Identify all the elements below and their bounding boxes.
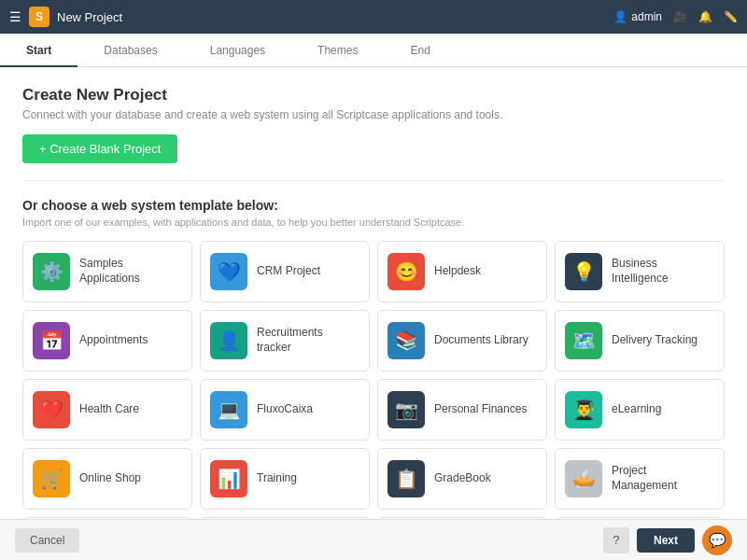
topbar: ☰ S New Project 👤 admin 🎥 🔔 ✏️ <box>0 0 747 34</box>
template-card-webservice[interactable]: ⚡Webservice <box>555 517 725 519</box>
delivery-icon: 🗺️ <box>565 322 602 359</box>
tab-end[interactable]: End <box>384 35 456 67</box>
finances-icon: 📷 <box>388 391 425 428</box>
template-card-documents[interactable]: 📚Documents Library <box>377 310 547 371</box>
template-card-projectmgmt[interactable]: 🥧Project Management <box>555 448 725 510</box>
appointments-label: Appointments <box>79 333 148 348</box>
elearning-icon: 👨‍🎓 <box>565 391 602 428</box>
template-card-elearning[interactable]: 👨‍🎓eLearning <box>555 379 725 441</box>
app-logo: S <box>29 7 49 27</box>
user-icon: 👤 <box>613 10 627 23</box>
footer-right: ? Next 💬 <box>603 525 732 555</box>
training-icon: 📊 <box>210 460 247 497</box>
create-subtitle: Connect with your database and create a … <box>22 108 725 121</box>
template-card-bi[interactable]: 💡Business Intelligence <box>555 241 725 302</box>
tab-themes[interactable]: Themes <box>291 35 384 67</box>
healthcare-icon: ❤️ <box>33 391 70 428</box>
topbar-right: 👤 admin 🎥 🔔 ✏️ <box>613 10 738 23</box>
projectmgmt-label: Project Management <box>612 464 714 493</box>
help-button[interactable]: ? <box>603 527 629 553</box>
shop-label: Online Shop <box>79 471 141 486</box>
finances-label: Personal Finances <box>434 402 527 417</box>
create-blank-button[interactable]: + Create Blank Project <box>22 134 177 163</box>
helpdesk-label: Helpdesk <box>434 264 481 279</box>
template-card-security[interactable]: 🔒Security <box>22 517 192 519</box>
recruitments-icon: 👤 <box>210 322 247 359</box>
crm-label: CRM Project <box>257 264 320 279</box>
template-card-album[interactable]: 🖼️Album <box>377 517 547 519</box>
elearning-label: eLearning <box>612 402 661 417</box>
crm-icon: 💙 <box>210 253 247 290</box>
user-menu[interactable]: 👤 admin <box>613 10 662 23</box>
documents-icon: 📚 <box>388 322 425 359</box>
template-card-crm[interactable]: 💙CRM Project <box>200 241 370 302</box>
next-button[interactable]: Next <box>637 528 695 553</box>
menu-icon[interactable]: ☰ <box>9 9 21 24</box>
tab-start[interactable]: Start <box>0 35 78 67</box>
bi-icon: 💡 <box>565 253 602 290</box>
chat-button[interactable]: 💬 <box>702 525 732 555</box>
shop-icon: 🛒 <box>33 460 70 497</box>
fluxo-label: FluxoCaixa <box>257 402 313 417</box>
helpdesk-icon: 😊 <box>388 253 425 290</box>
template-card-news[interactable]: 📰News <box>200 517 370 519</box>
template-card-healthcare[interactable]: ❤️Health Care <box>22 379 192 441</box>
bell-icon[interactable]: 🔔 <box>698 10 712 23</box>
create-title: Create New Project <box>22 86 725 105</box>
healthcare-label: Health Care <box>79 402 139 417</box>
video-icon[interactable]: 🎥 <box>673 10 687 23</box>
tab-bar: Start Databases Languages Themes End <box>0 34 747 67</box>
training-label: Training <box>257 471 297 486</box>
main-content: Create New Project Connect with your dat… <box>0 67 747 519</box>
template-card-shop[interactable]: 🛒Online Shop <box>22 448 192 510</box>
template-card-helpdesk[interactable]: 😊Helpdesk <box>377 241 547 302</box>
template-section-subtitle: Import one of our examples, with applica… <box>22 217 725 228</box>
templates-grid: ⚙️Samples Applications💙CRM Project😊Helpd… <box>22 241 725 519</box>
footer: Cancel ? Next 💬 <box>0 519 747 560</box>
gradebook-label: GradeBook <box>434 471 491 486</box>
edit-icon[interactable]: ✏️ <box>724 10 738 23</box>
tab-databases[interactable]: Databases <box>78 35 183 67</box>
project-title: New Project <box>57 10 122 24</box>
samples-label: Samples Applications <box>79 257 182 286</box>
template-card-delivery[interactable]: 🗺️Delivery Tracking <box>555 310 725 371</box>
template-card-finances[interactable]: 📷Personal Finances <box>377 379 547 441</box>
delivery-label: Delivery Tracking <box>612 333 698 348</box>
recruitments-label: Recruitments tracker <box>257 326 359 355</box>
topbar-left: ☰ S New Project <box>9 7 122 27</box>
documents-label: Documents Library <box>434 333 529 348</box>
projectmgmt-icon: 🥧 <box>565 460 602 497</box>
divider <box>22 180 725 181</box>
tab-languages[interactable]: Languages <box>184 35 291 67</box>
samples-icon: ⚙️ <box>33 253 70 290</box>
user-label: admin <box>631 10 662 23</box>
template-card-appointments[interactable]: 📅Appointments <box>22 310 192 371</box>
cancel-button[interactable]: Cancel <box>15 528 79 553</box>
template-card-recruitments[interactable]: 👤Recruitments tracker <box>200 310 370 371</box>
template-card-gradebook[interactable]: 📋GradeBook <box>377 448 547 510</box>
bi-label: Business Intelligence <box>612 257 714 286</box>
template-card-samples[interactable]: ⚙️Samples Applications <box>22 241 192 302</box>
template-section-title: Or choose a web system template below: <box>22 198 725 213</box>
template-card-training[interactable]: 📊Training <box>200 448 370 510</box>
fluxo-icon: 💻 <box>210 391 247 428</box>
gradebook-icon: 📋 <box>388 460 425 497</box>
appointments-icon: 📅 <box>33 322 70 359</box>
template-card-fluxo[interactable]: 💻FluxoCaixa <box>200 379 370 441</box>
